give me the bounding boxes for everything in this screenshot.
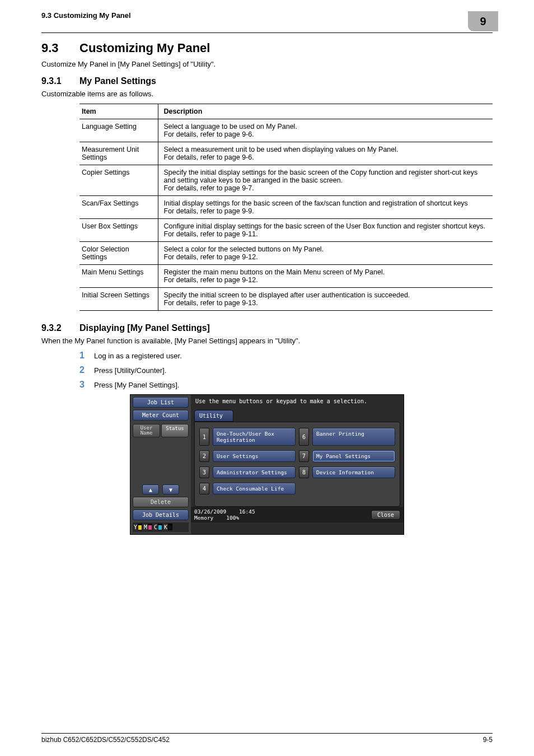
step-number: 3 [79, 380, 94, 390]
toner-indicator: C [154, 524, 162, 530]
job-list-button[interactable]: Job List [133, 397, 189, 408]
subsection-heading: 9.3.1 My Panel Settings [41, 76, 493, 86]
menu-button[interactable]: Banner Printing [312, 428, 395, 446]
toner-bar [168, 524, 172, 530]
table-head-desc: Description [158, 104, 493, 119]
menu-button[interactable]: Check Consumable Life [213, 483, 296, 494]
section-heading: 9.3 Customizing My Panel [41, 41, 493, 55]
table-row: Scan/Fax SettingsInitial display setting… [79, 196, 493, 219]
toner-indicator: Y [134, 524, 142, 530]
table-row: Initial Screen SettingsSpecify the initi… [79, 288, 493, 311]
menu-number: 4 [199, 483, 209, 494]
toner-label: K [164, 524, 167, 530]
status-time: 16:45 [239, 508, 255, 515]
device-panel-screenshot: Job List Meter Count User Name Status ▲ … [130, 394, 404, 535]
table-cell-item: User Box Settings [79, 219, 158, 242]
menu-number: 3 [199, 466, 209, 478]
status-memory-label: Memory [194, 515, 213, 521]
running-header: 9.3 Customizing My Panel 9 [41, 0, 493, 31]
arrow-up-button[interactable]: ▲ [142, 484, 159, 494]
step-text: Press [My Panel Settings]. [94, 380, 179, 389]
menu-number: 8 [299, 466, 309, 478]
table-cell-desc: Configure initial display settings for t… [158, 219, 493, 242]
status-date: 03/26/2009 [194, 508, 226, 515]
table-row: Language SettingSelect a language to be … [79, 119, 493, 142]
menu-number: 2 [199, 450, 209, 462]
close-button[interactable]: Close [371, 510, 400, 520]
toner-label: C [154, 524, 157, 530]
step-item: 2Press [Utility/Counter]. [79, 365, 493, 375]
table-cell-desc: Select a color for the selected buttons … [158, 242, 493, 265]
menu-button[interactable]: Device Information [312, 466, 395, 478]
table-cell-item: Color Selection Settings [79, 242, 158, 265]
menu-number: 1 [199, 428, 209, 446]
menu-number: 6 [299, 428, 309, 446]
steps-list: 1Log in as a registered user.2Press [Uti… [79, 351, 493, 390]
section-title: Customizing My Panel [79, 41, 210, 55]
table-cell-desc: Initial display settings for the basic s… [158, 196, 493, 219]
menu-button[interactable]: Administrator Settings [213, 466, 296, 478]
tab-status[interactable]: Status [161, 424, 189, 437]
menu-number: 7 [299, 450, 309, 462]
table-cell-item: Language Setting [79, 119, 158, 142]
header-section-label: 9.3 Customizing My Panel [41, 11, 131, 20]
table-cell-desc: Select a language to be used on My Panel… [158, 119, 493, 142]
status-memory-value: 100% [226, 515, 239, 521]
table-cell-item: Initial Screen Settings [79, 288, 158, 311]
step-item: 1Log in as a registered user. [79, 351, 493, 361]
subsection-body: Customizable items are as follows. [41, 90, 493, 98]
toner-label: M [144, 524, 147, 530]
table-cell-desc: Register the main menu buttons on the Ma… [158, 265, 493, 288]
toner-indicator: K [164, 524, 172, 530]
chapter-badge: 9 [468, 11, 498, 31]
subsection-number: 9.3.1 [41, 76, 79, 86]
utility-tab[interactable]: Utility [194, 410, 233, 422]
table-row: Main Menu SettingsRegister the main menu… [79, 265, 493, 288]
table-row: Measurement Unit SettingsSelect a measur… [79, 142, 493, 165]
table-cell-item: Copier Settings [79, 165, 158, 196]
job-details-button[interactable]: Job Details [133, 510, 189, 520]
section-number: 9.3 [41, 41, 79, 55]
table-cell-item: Scan/Fax Settings [79, 196, 158, 219]
tab-username[interactable]: User Name [133, 424, 160, 437]
table-cell-desc: Specify the initial screen to be display… [158, 288, 493, 311]
meter-count-button[interactable]: Meter Count [133, 410, 189, 421]
step-item: 3Press [My Panel Settings]. [79, 380, 493, 390]
settings-table: Item Description Language SettingSelect … [79, 104, 493, 311]
header-rule [41, 32, 493, 33]
section-body: Customize My Panel in [My Panel Settings… [41, 60, 493, 68]
subsection-title: My Panel Settings [79, 76, 156, 86]
arrow-down-button[interactable]: ▼ [162, 484, 179, 494]
step-number: 2 [79, 365, 94, 375]
step-text: Press [Utility/Counter]. [94, 365, 166, 375]
toner-status: YMCK [133, 522, 189, 532]
step-text: Log in as a registered user. [94, 351, 182, 360]
status-bar-left: 03/26/2009 16:45 Memory 100% [194, 508, 255, 521]
step-number: 1 [79, 351, 94, 361]
menu-button[interactable]: User Settings [213, 450, 296, 462]
footer-model: bizhub C652/C652DS/C552/C552DS/C452 [41, 736, 170, 744]
toner-label: Y [134, 524, 137, 530]
table-row: User Box SettingsConfigure initial displ… [79, 219, 493, 242]
table-cell-desc: Specify the initial display settings for… [158, 165, 493, 196]
menu-button[interactable]: One-Touch/User Box Registration [213, 428, 296, 446]
panel-instruction: Use the menu buttons or keypad to make a… [191, 395, 404, 408]
table-head-item: Item [79, 104, 158, 119]
table-row: Copier SettingsSpecify the initial displ… [79, 165, 493, 196]
toner-bar [148, 524, 152, 530]
delete-button[interactable]: Delete [133, 497, 189, 507]
panel-main: Use the menu buttons or keypad to make a… [191, 395, 404, 534]
subsection-number: 9.3.2 [41, 323, 79, 333]
toner-indicator: M [144, 524, 152, 530]
subsection-title: Displaying [My Panel Settings] [79, 323, 210, 333]
panel-sidebar: Job List Meter Count User Name Status ▲ … [130, 395, 191, 534]
table-cell-desc: Select a measurement unit to be used whe… [158, 142, 493, 165]
page-footer: bizhub C652/C652DS/C552/C552DS/C452 9-5 [41, 733, 493, 744]
menu-button-my-panel-settings[interactable]: My Panel Settings [312, 450, 395, 462]
table-cell-item: Main Menu Settings [79, 265, 158, 288]
footer-page-number: 9-5 [483, 736, 493, 744]
toner-bar [138, 524, 142, 530]
toner-bar [158, 524, 162, 530]
subsection-body: When the My Panel function is available,… [41, 337, 493, 345]
table-row: Color Selection SettingsSelect a color f… [79, 242, 493, 265]
